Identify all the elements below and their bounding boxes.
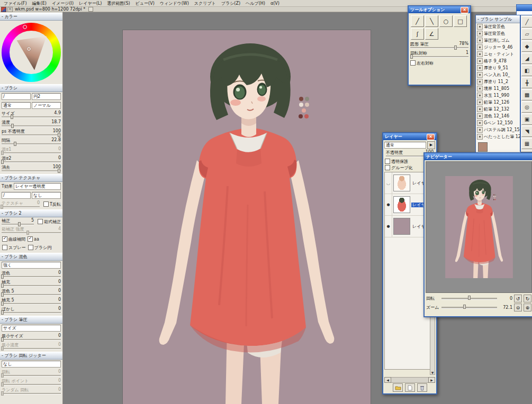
menu-item[interactable]: スクリプト (192, 0, 219, 7)
brush2-section-header[interactable]: - ブラシ 2 (0, 209, 62, 217)
layer-visibility-eye-icon[interactable] (385, 216, 392, 237)
slider-handle[interactable] (1, 283, 4, 288)
slider-handle[interactable] (410, 54, 413, 59)
mix-mode-select[interactable]: 強く (2, 262, 61, 269)
menu-item[interactable]: 選択範囲(S) (104, 0, 132, 7)
slider-handle[interactable] (1, 301, 4, 306)
layer-visibility-eye-icon[interactable] (385, 194, 392, 215)
scroll-left-icon[interactable]: ◀ (384, 377, 391, 383)
brush-jitter-section-header[interactable]: - ブラシ 回転 ジッター (0, 352, 62, 360)
curve-interp-checkbox[interactable]: 曲線補間 (2, 236, 25, 242)
brush-sample-item[interactable]: ニセ・ティント (476, 51, 520, 58)
texture-strength-slider[interactable]: テクスチャ 0 (0, 200, 41, 209)
jitter-mode-select[interactable]: なし (2, 361, 61, 368)
menu-item[interactable]: ファイル(F) (1, 0, 30, 7)
shape-tool-button[interactable] (425, 15, 438, 27)
box-correction-checkbox[interactable]: 箱式補正 (38, 219, 61, 225)
new-tab-button[interactable] (88, 7, 93, 12)
layers-titlebar[interactable]: レイヤー × (383, 133, 436, 140)
shape-pressure-slider[interactable]: 図形 筆圧 78% (409, 41, 470, 50)
navigator-titlebar[interactable]: ナビゲーター (425, 153, 532, 160)
brush-sample-item[interactable]: 鉛筆 12_132 (476, 106, 520, 113)
shape-tool-button[interactable] (411, 28, 424, 40)
close-document-icon[interactable]: × (7, 7, 13, 12)
brush-sample-item[interactable]: 格子 9_478 (476, 58, 520, 65)
brush-sample-item[interactable]: 筆圧消しゴム (476, 37, 520, 44)
brush-sample-item[interactable]: 筆圧背景色 (476, 30, 520, 37)
delete-layer-button[interactable] (417, 383, 427, 392)
scroll-track[interactable] (391, 377, 428, 383)
mix-param-slider[interactable]: ぼかし 0 (0, 306, 62, 315)
new-layer-button[interactable] (405, 383, 415, 392)
brush-param-slider[interactable]: ps 不透明度 100 (0, 128, 62, 137)
brush-mix-section-header[interactable]: - ブラシ 混色 (0, 253, 62, 261)
brush-sample-item[interactable]: 厚塗り 9_51 (476, 65, 520, 71)
brush-sample-item[interactable]: 混色 12_146 (476, 113, 520, 120)
advanced-panel-button[interactable]: ▶ (427, 141, 435, 149)
slider-handle[interactable] (454, 45, 457, 50)
menu-item[interactable]: レイヤー(L) (76, 0, 104, 7)
layer-thumbnail[interactable] (393, 196, 410, 213)
brush-param-slider[interactable]: 混α1 0 (0, 146, 62, 155)
brush-sample-item[interactable]: 水玉 11_990 (476, 92, 520, 99)
menu-item[interactable]: α(V) (268, 1, 282, 6)
texture-effect-select[interactable]: レイヤー透明度 (14, 183, 61, 190)
texture-slot-box[interactable]: / (2, 192, 31, 199)
scroll-down-icon[interactable]: ▼ (431, 371, 434, 374)
lock-alpha-checkbox[interactable]: 透明保護 (385, 159, 408, 164)
group-checkbox[interactable]: グループ化 (385, 165, 413, 171)
rotate-cw-button[interactable] (524, 295, 531, 302)
shape-tool-button[interactable] (425, 28, 438, 40)
brush-circle-checkbox[interactable]: ブラシ円 (28, 245, 52, 251)
navigator-preview[interactable] (426, 161, 532, 293)
brush-sample-item[interactable]: パステル調 12_156 (476, 126, 520, 133)
slider-handle[interactable] (26, 231, 29, 235)
tool-button[interactable] (521, 65, 532, 76)
zoom-slider[interactable] (441, 307, 497, 309)
shape-tool-button[interactable] (439, 15, 453, 27)
tool-button[interactable] (521, 126, 532, 137)
close-button[interactable]: × (461, 7, 468, 13)
layer-thumbnail[interactable] (393, 218, 410, 235)
zoom-in-button[interactable] (524, 304, 531, 311)
color-swatch[interactable] (478, 142, 488, 152)
sliver-titlebar[interactable] (517, 5, 532, 11)
slider-handle[interactable] (1, 346, 4, 351)
menu-item[interactable]: イメージ(I) (49, 0, 76, 7)
slider-handle[interactable] (1, 160, 4, 164)
brush-slot-box[interactable]: / (2, 93, 31, 100)
tool-button[interactable] (521, 41, 532, 52)
spray-checkbox[interactable]: スプレー (2, 245, 26, 251)
slider-handle[interactable] (1, 391, 4, 396)
rotation-symmetry-slider[interactable]: 回転対称 1 (409, 50, 470, 59)
rotate-slider[interactable] (441, 298, 497, 300)
brush-sample-item[interactable]: ジッター 9_46 (476, 44, 520, 51)
scroll-right-icon[interactable]: ▶ (428, 377, 435, 383)
brush-name-box[interactable]: 円2 (32, 93, 61, 100)
mirror-checkbox[interactable]: 左右対称 (410, 60, 434, 66)
jitter-param-slider[interactable]: 回転 0 (0, 369, 62, 378)
box-strength-slider[interactable]: 箱補正 強度 4 (0, 226, 62, 235)
tool-button[interactable] (521, 114, 532, 125)
brush-param-slider[interactable]: 濃度 18.7 (0, 119, 62, 128)
brush-sample-item[interactable]: ペン入れ 10_ (476, 71, 520, 78)
menu-item[interactable]: ビュー(V) (133, 0, 157, 7)
brush-sample-item[interactable]: Gペン 12_150 (476, 120, 520, 126)
mix-param-slider[interactable]: 補充 0 (0, 279, 62, 288)
canvas-artwork[interactable] (123, 30, 371, 404)
slider-handle[interactable] (14, 142, 16, 146)
document-tab[interactable]: wkm.psd w=800 h=1200 72dpi * (15, 7, 85, 12)
tool-button[interactable] (521, 53, 532, 64)
zoom-out-button[interactable] (514, 304, 522, 311)
tool-button[interactable] (521, 89, 532, 100)
mix-param-slider[interactable]: 補充 5 0 (0, 297, 62, 306)
slider-handle[interactable] (11, 124, 14, 128)
aa-checkbox[interactable]: aa (28, 236, 39, 242)
slider-handle[interactable] (11, 115, 13, 119)
shape-tool-button[interactable] (454, 15, 467, 27)
navigator-thumbnail[interactable] (445, 176, 513, 278)
menu-item[interactable]: ヘルプ(H) (243, 0, 268, 7)
brush-param-slider[interactable]: サイズ 4.9 (0, 110, 62, 119)
mix-param-slider[interactable]: 混色 0 (0, 270, 62, 279)
brush-param-slider[interactable]: 消去 100 (0, 164, 62, 173)
